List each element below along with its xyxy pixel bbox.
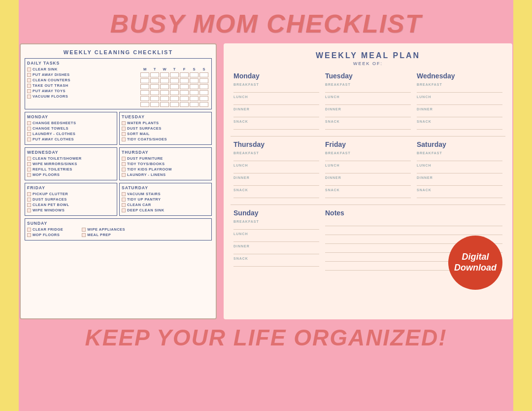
dinner-row: DINNER	[233, 176, 319, 186]
top-title: BUSY MOM CHECKLIST	[110, 0, 422, 43]
check-cell[interactable]	[140, 84, 149, 89]
check-cell[interactable]	[160, 96, 169, 101]
task-row: DUST SURFACES	[122, 126, 209, 131]
check-cell[interactable]	[160, 72, 169, 77]
task-label: PUT AWAY TOYS	[33, 89, 66, 93]
task-label: VACUUM FLOORS	[33, 94, 68, 99]
check-cell[interactable]	[150, 96, 159, 101]
monday-header: MONDAY	[27, 114, 115, 119]
task-row: PICKUP CLUTTER	[27, 192, 115, 196]
check-cell[interactable]	[170, 84, 179, 89]
check-cell[interactable]	[190, 102, 199, 107]
check-cell[interactable]	[200, 90, 208, 95]
check-cell[interactable]	[150, 84, 159, 89]
task-row: PUT AWAY TOYS	[27, 89, 138, 93]
check-cell[interactable]	[170, 72, 179, 77]
check-cell[interactable]	[180, 72, 189, 77]
checkbox-grid: M T W T F S S	[138, 67, 209, 107]
check-cell[interactable]	[160, 102, 169, 107]
task-row: PUT AWAY CLOTHES	[27, 137, 115, 141]
checkbox[interactable]	[27, 73, 31, 77]
meal-plan-panel: WEEKLY MEAL PLAN WEEK OF: Monday BREAKFA…	[224, 43, 512, 319]
check-cell[interactable]	[140, 96, 149, 101]
lunch-row: LUNCH	[325, 164, 411, 173]
check-cell[interactable]	[150, 78, 159, 83]
check-cell[interactable]	[150, 102, 159, 107]
badge-line2: Download	[454, 263, 497, 274]
check-cell[interactable]	[180, 102, 189, 107]
meal-row-1: Monday BREAKFAST LUNCH DINNER SNACK	[231, 72, 505, 132]
check-cell[interactable]	[190, 84, 199, 89]
check-cell[interactable]	[170, 78, 179, 83]
check-cell[interactable]	[170, 90, 179, 95]
sunday-meal-header: Sunday	[233, 209, 319, 217]
check-cell[interactable]	[180, 78, 189, 83]
check-cell[interactable]	[180, 84, 189, 89]
check-cell[interactable]	[200, 72, 208, 77]
lunch-row: LUNCH	[233, 164, 319, 173]
day-headers: M T W T F S S	[140, 67, 209, 71]
check-cell[interactable]	[140, 102, 149, 107]
checkbox[interactable]	[27, 89, 31, 93]
check-cell[interactable]	[190, 78, 199, 83]
check-cell[interactable]	[200, 96, 208, 101]
check-cell[interactable]	[180, 90, 189, 95]
dinner-row: DINNER	[233, 107, 319, 117]
check-cell[interactable]	[180, 96, 189, 101]
dinner-row: DINNER	[417, 107, 502, 117]
check-cell[interactable]	[170, 96, 179, 101]
check-cell[interactable]	[160, 84, 169, 89]
week-of-label: WEEK OF:	[231, 61, 505, 66]
check-cell[interactable]	[190, 90, 199, 95]
task-row: WIPE APPLIANCES	[82, 227, 125, 232]
check-cell[interactable]	[190, 72, 199, 77]
checklist-title: WEEKLY CLEANING CHECKLIST	[25, 49, 212, 55]
task-row: MEAL PREP	[82, 233, 125, 237]
check-cell[interactable]	[160, 78, 169, 83]
saturday-meal-header: Saturday	[417, 140, 502, 148]
check-cell[interactable]	[140, 78, 149, 83]
check-cell[interactable]	[150, 90, 159, 95]
check-cell[interactable]	[150, 72, 159, 77]
task-row: WIPE MIRRORS/SINKS	[27, 162, 115, 166]
task-row: CLEAR SINK	[27, 67, 138, 71]
task-label: CLEAN COUNTERS	[33, 78, 70, 82]
check-cell[interactable]	[200, 84, 208, 89]
lunch-row: LUNCH	[233, 95, 319, 105]
tuesday-meal-header: Tuesday	[325, 72, 411, 80]
breakfast-row: BREAKFAST	[325, 83, 411, 93]
checkbox-row	[140, 102, 209, 107]
notes-header: Notes	[325, 209, 502, 217]
snack-row: SNACK	[325, 120, 411, 130]
dinner-row: DINNER	[233, 244, 319, 254]
check-cell[interactable]	[160, 90, 169, 95]
check-cell[interactable]	[170, 102, 179, 107]
checkbox[interactable]	[27, 84, 31, 88]
task-row: TIDY TOYS/BOOKS	[122, 162, 209, 166]
task-row: DUST SURFACES	[27, 197, 115, 202]
breakfast-row: BREAKFAST	[325, 151, 411, 161]
thursday-header: THURSDAY	[122, 150, 209, 155]
snack-row: SNACK	[325, 188, 411, 198]
check-cell[interactable]	[190, 96, 199, 101]
breakfast-row: BREAKFAST	[233, 83, 319, 93]
checkbox[interactable]	[27, 95, 31, 99]
snack-row: SNACK	[417, 188, 502, 198]
check-cell[interactable]	[140, 90, 149, 95]
daily-checkbox-rows	[140, 72, 209, 107]
checkbox[interactable]	[27, 68, 31, 71]
task-row: CLEAN TOILET/SHOWER	[27, 156, 115, 161]
snack-row: SNACK	[233, 188, 319, 198]
dinner-row: DINNER	[417, 176, 502, 186]
sunday-header: SUNDAY	[27, 221, 209, 226]
check-cell[interactable]	[200, 102, 208, 107]
task-row: LAUNDRY - LINENS	[122, 172, 209, 177]
task-row: CLEAN PET BOWL	[27, 203, 115, 207]
tuesday-section: TUESDAY WATER PLANTS DUST SURFACES SORT …	[119, 112, 212, 145]
check-cell[interactable]	[140, 72, 149, 77]
wednesday-meal-header: Wednesday	[417, 72, 502, 80]
checkbox[interactable]	[27, 78, 31, 82]
check-cell[interactable]	[200, 78, 208, 83]
snack-row: SNACK	[417, 120, 502, 130]
lunch-row: LUNCH	[325, 95, 411, 105]
